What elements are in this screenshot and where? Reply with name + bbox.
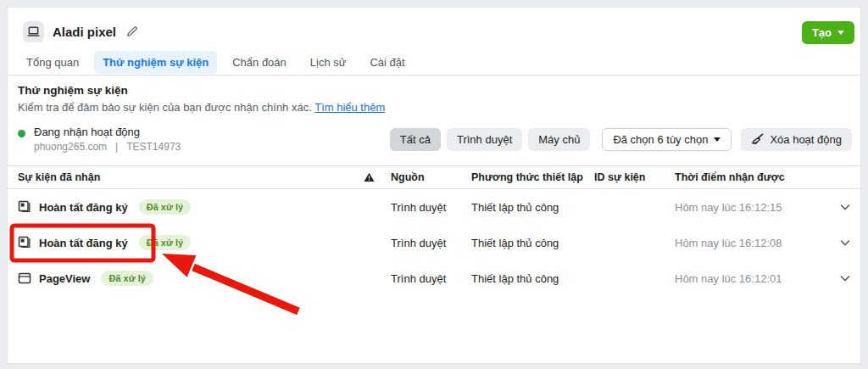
event-source: Trình duyệt [391,272,471,285]
status-filter-row: Đang nhận hoạt động phuong265.com | TEST… [18,125,852,154]
filter-all-button[interactable]: Tất cả [390,128,441,151]
event-received-time: Hôm nay lúc 16:12:08 [675,237,826,249]
event-table: Hoàn tất đăng ký Đã xử lý Trình duyệt Th… [8,189,860,296]
tab-test-events[interactable]: Thử nghiệm sự kiện [94,51,217,74]
filter-group: Tất cả Trình duyệt Máy chủ Đã chọn 6 tùy… [390,128,852,151]
event-copy-icon [18,200,31,214]
column-header-setup: Phương thức thiết lập [471,171,594,183]
status-domain: phuong265.com [34,141,107,153]
status-badge: Đã xử lý [139,199,191,215]
laptop-icon [23,21,44,42]
tab-diagnostics[interactable]: Chẩn đoán [224,51,295,74]
event-copy-icon [18,236,31,249]
event-setup: Thiết lập thủ công [471,201,594,214]
status-badge: Đã xử lý [139,235,191,250]
clear-activity-label: Xóa hoạt động [770,133,842,146]
tab-settings[interactable]: Cài đặt [361,51,413,74]
row-expand-chevron-icon[interactable] [826,204,850,210]
event-name: Hoàn tất đăng ký [39,201,128,214]
column-header-event-id: ID sự kiện [594,171,675,183]
event-name: Hoàn tất đăng ký [39,237,128,249]
column-header-event: Sự kiện đã nhận [18,171,364,183]
header-divider [8,75,860,75]
clear-activity-button[interactable]: Xóa hoạt động [741,128,852,151]
section-title: Thử nghiệm sự kiện [18,84,128,97]
event-source: Trình duyệt [391,237,471,249]
learn-more-link[interactable]: Tìm hiểu thêm [314,101,385,114]
warning-icon [364,172,391,182]
options-dropdown-value: Đã chọn 6 tùy chọn [613,133,708,146]
chevron-down-icon [714,137,721,142]
tab-overview[interactable]: Tổng quan [18,51,87,74]
event-setup: Thiết lập thủ công [471,272,594,285]
event-setup: Thiết lập thủ công [471,237,594,249]
event-received-time: Hôm nay lúc 16:12:15 [675,201,826,214]
page-title: Aladi pixel [53,25,116,39]
row-expand-chevron-icon[interactable] [826,275,850,282]
table-row-highlighted[interactable]: Hoàn tất đăng ký Đã xử lý Trình duyệt Th… [8,225,860,260]
status-test-code: TEST14973 [126,141,181,153]
create-button[interactable]: Tạo [802,21,854,44]
section-description: Kiểm tra để đảm bảo sự kiện của bạn được… [18,101,385,114]
table-header: Sự kiện đã nhận Nguồn Phương thức thiết … [8,165,860,189]
row-expand-chevron-icon[interactable] [826,239,850,246]
section-description-text: Kiểm tra để đảm bảo sự kiện của bạn được… [18,101,312,114]
status-separator: | [115,141,118,153]
pixel-header: Aladi pixel [23,20,138,42]
event-received-time: Hôm nay lúc 16:12:01 [675,272,826,285]
filter-browser-button[interactable]: Trình duyệt [447,128,522,151]
event-source: Trình duyệt [391,201,471,214]
browser-window-icon [18,271,31,285]
table-row[interactable]: PageView Đã xử lý Trình duyệt Thiết lập … [8,260,860,296]
status-badge: Đã xử lý [101,271,153,286]
column-header-received: Thời điểm nhận được [675,171,826,183]
create-button-label: Tạo [812,26,832,39]
broom-icon [751,133,764,146]
table-row[interactable]: Hoàn tất đăng ký Đã xử lý Trình duyệt Th… [8,189,860,225]
status-subtext: phuong265.com | TEST14973 [34,141,181,153]
status-dot-icon [18,130,25,137]
chevron-down-icon [837,31,844,35]
status-label: Đang nhận hoạt động [34,126,181,138]
tab-history[interactable]: Lịch sử [302,51,355,74]
filter-server-button[interactable]: Máy chủ [528,128,590,151]
activity-status: Đang nhận hoạt động phuong265.com | TEST… [18,126,181,153]
column-header-source: Nguồn [391,171,471,183]
event-name: PageView [39,272,90,285]
tab-bar: Tổng quan Thử nghiệm sự kiện Chẩn đoán L… [18,51,414,74]
edit-pencil-icon[interactable] [126,25,138,37]
pixel-card: Aladi pixel Tạo Tổng quan Thử nghiệm sự … [7,7,861,364]
options-dropdown[interactable]: Đã chọn 6 tùy chọn [602,128,732,151]
